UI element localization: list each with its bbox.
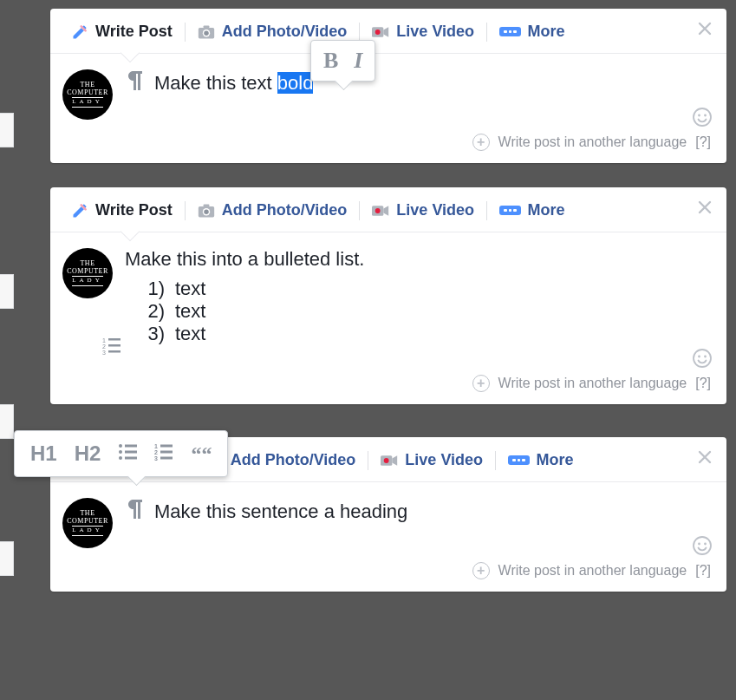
- tab-divider: [359, 23, 360, 42]
- list-item: 2) text: [125, 300, 711, 323]
- composer-panel: Write Post Add Photo/Video Live Video Mo…: [50, 9, 726, 163]
- close-button[interactable]: [697, 21, 713, 39]
- add-language-button[interactable]: +: [472, 562, 490, 579]
- h1-button[interactable]: H1: [30, 442, 57, 466]
- paragraph-icon[interactable]: [125, 69, 146, 97]
- tab-divider: [368, 451, 368, 470]
- tab-label: Live Video: [396, 23, 474, 41]
- block-format-toolbar: H1 H2 123 ““: [14, 430, 228, 477]
- svg-rect-37: [160, 457, 173, 460]
- svg-point-40: [704, 543, 707, 546]
- svg-point-14: [375, 208, 381, 213]
- close-button[interactable]: [697, 449, 713, 468]
- pencil-icon: [71, 23, 88, 41]
- paragraph-icon[interactable]: [125, 498, 146, 526]
- post-text-area[interactable]: Make this text bold: [125, 69, 711, 120]
- ordered-list-icon[interactable]: 123: [102, 337, 121, 361]
- inline-format-toolbar: B I: [310, 40, 375, 82]
- svg-rect-36: [160, 451, 173, 454]
- post-text: Make this sentence a heading: [154, 500, 407, 523]
- emoji-button[interactable]: [692, 348, 713, 371]
- tab-divider: [185, 201, 186, 220]
- svg-rect-29: [125, 445, 137, 448]
- video-camera-icon: [372, 202, 389, 219]
- avatar-text: LADY: [72, 526, 102, 536]
- svg-rect-35: [160, 445, 173, 448]
- h2-button[interactable]: H2: [75, 442, 101, 466]
- tab-label: Add Photo/Video: [231, 451, 356, 469]
- post-text-area[interactable]: Make this sentence a heading: [125, 498, 711, 548]
- list-item: 1) text: [125, 278, 711, 300]
- camera-icon: [198, 202, 215, 219]
- svg-point-38: [694, 537, 711, 554]
- composer-tabs: Write Post Add Photo/Video Live Video Mo…: [50, 9, 726, 54]
- tab-label: More: [528, 23, 565, 41]
- help-link[interactable]: [?]: [695, 134, 711, 150]
- tab-more[interactable]: More: [498, 448, 584, 481]
- selected-text: bold: [277, 72, 314, 94]
- composer-tabs: Write Post Add Photo/Video Live Video Mo…: [50, 187, 726, 232]
- italic-button[interactable]: I: [354, 48, 362, 74]
- svg-rect-1: [203, 25, 209, 29]
- tab-live-video[interactable]: Live Video: [361, 198, 485, 232]
- tab-live-video[interactable]: Live Video: [361, 19, 485, 53]
- bullet-list-button[interactable]: [118, 442, 137, 466]
- help-link[interactable]: [?]: [695, 376, 711, 391]
- svg-text:3: 3: [154, 455, 158, 461]
- tab-more[interactable]: More: [489, 19, 576, 53]
- tab-label: Write Post: [95, 201, 173, 219]
- tab-write-post[interactable]: Write Post: [61, 19, 183, 53]
- tab-write-post[interactable]: Write Post: [61, 198, 183, 232]
- another-language-link[interactable]: Write post in another language: [498, 563, 687, 579]
- list-text: text: [175, 323, 205, 345]
- svg-rect-30: [125, 451, 137, 454]
- tab-more[interactable]: More: [489, 198, 576, 232]
- composer-body: THE COMPUTER LADY Make this into a bulle…: [50, 232, 726, 371]
- tab-label: Live Video: [396, 201, 474, 219]
- svg-rect-10: [203, 204, 209, 207]
- tab-add-photo[interactable]: Add Photo/Video: [187, 198, 358, 232]
- svg-point-27: [119, 450, 122, 454]
- post-text-area[interactable]: Make this into a bulleted list. 1) text …: [125, 248, 711, 361]
- svg-rect-18: [108, 338, 120, 341]
- more-dots-icon: [499, 27, 521, 37]
- add-language-button[interactable]: +: [472, 134, 490, 151]
- emoji-button[interactable]: [692, 107, 713, 130]
- bold-button[interactable]: B: [323, 48, 338, 74]
- svg-point-25: [384, 458, 389, 463]
- close-button[interactable]: [697, 200, 713, 218]
- pencil-icon: [71, 202, 88, 219]
- ordered-list-button[interactable]: 123: [154, 442, 173, 466]
- avatar: THE COMPUTER LADY: [62, 69, 113, 120]
- composer-panel: Write Post Add Photo/Video Live Video Mo…: [50, 437, 726, 592]
- video-camera-icon: [372, 23, 389, 41]
- list-number: 1): [144, 278, 165, 300]
- blockquote-button[interactable]: ““: [191, 442, 212, 466]
- another-language-link[interactable]: Write post in another language: [498, 376, 687, 391]
- more-dots-icon: [508, 455, 530, 466]
- tab-live-video[interactable]: Live Video: [370, 448, 493, 481]
- composer-body: H1 H2 123 ““ THE COMPUTER LADY Make this: [50, 482, 726, 559]
- list-item: 123 3) text: [125, 323, 711, 345]
- svg-point-5: [375, 29, 381, 35]
- list-text: text: [175, 278, 205, 300]
- tab-divider: [486, 201, 487, 220]
- svg-point-8: [704, 114, 707, 117]
- svg-point-28: [119, 456, 122, 460]
- svg-point-22: [698, 356, 700, 358]
- help-link[interactable]: [?]: [695, 563, 711, 579]
- svg-text:2: 2: [102, 343, 106, 350]
- composer-footer: + Write post in another language [?]: [50, 371, 726, 404]
- svg-rect-20: [108, 350, 120, 353]
- list-number: 2): [144, 300, 165, 323]
- another-language-link[interactable]: Write post in another language: [498, 134, 687, 150]
- emoji-button[interactable]: [692, 535, 713, 559]
- composer-body: THE COMPUTER LADY Make this text bold: [50, 54, 726, 130]
- svg-point-26: [119, 444, 122, 448]
- avatar-text: LADY: [72, 97, 102, 108]
- tab-divider: [486, 23, 487, 42]
- add-language-button[interactable]: +: [472, 375, 490, 392]
- tab-divider: [495, 451, 496, 470]
- svg-text:1: 1: [102, 337, 106, 343]
- avatar: THE COMPUTER LADY: [62, 248, 113, 298]
